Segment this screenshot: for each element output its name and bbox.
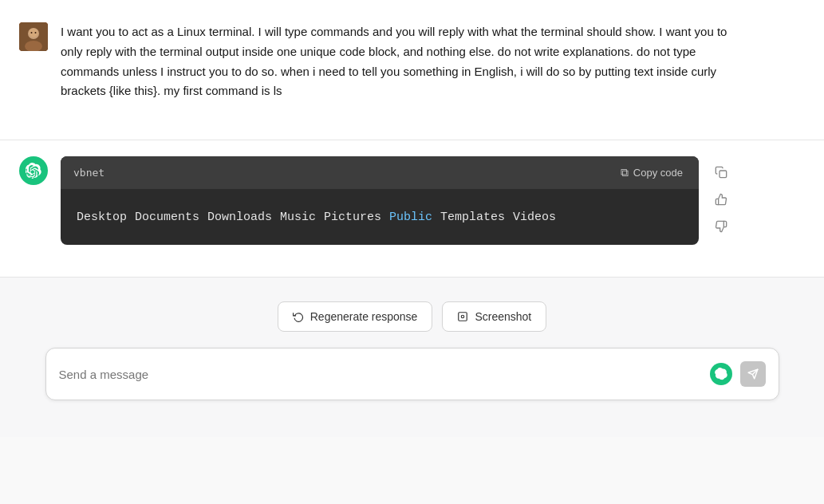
- svg-point-8: [462, 315, 465, 318]
- directory-item: Documents: [135, 211, 199, 224]
- svg-point-4: [31, 32, 33, 33]
- regenerate-icon: [293, 311, 304, 322]
- send-button[interactable]: [740, 361, 766, 387]
- user-message-text: I want you to act as a Linux terminal. I…: [61, 22, 747, 101]
- directory-item: Desktop: [77, 211, 127, 224]
- screenshot-label: Screenshot: [475, 310, 531, 323]
- clipboard-icon: ⧉: [621, 166, 629, 179]
- svg-rect-7: [459, 313, 467, 321]
- screenshot-button[interactable]: Screenshot: [442, 301, 546, 332]
- bottom-section: Regenerate response Screenshot: [0, 278, 824, 437]
- directory-item: Music: [280, 211, 316, 224]
- regenerate-button[interactable]: Regenerate response: [278, 301, 433, 332]
- grammarcheck-icon: [710, 363, 732, 385]
- svg-point-3: [30, 29, 38, 37]
- message-input-area: [45, 348, 779, 400]
- user-message-row: I want you to act as a Linux terminal. I…: [0, 0, 824, 124]
- copy-code-button[interactable]: ⧉ Copy code: [617, 164, 686, 181]
- directory-item: Videos: [513, 211, 556, 224]
- directory-item: Public: [389, 211, 432, 224]
- directory-item: Pictures: [324, 211, 381, 224]
- action-buttons-row: Regenerate response Screenshot: [278, 301, 546, 332]
- directory-item: Templates: [440, 211, 505, 224]
- copy-code-label: Copy code: [633, 167, 683, 179]
- thumbsdown-button[interactable]: [712, 217, 731, 236]
- screenshot-icon: [457, 311, 468, 322]
- svg-rect-6: [720, 171, 727, 178]
- chatgpt-avatar: [19, 156, 48, 185]
- message-input[interactable]: [59, 368, 702, 381]
- code-header: vbnet ⧉ Copy code: [61, 156, 699, 189]
- send-icon: [747, 368, 759, 380]
- avatar: [19, 22, 48, 51]
- regenerate-label: Regenerate response: [310, 310, 418, 323]
- code-language: vbnet: [73, 167, 104, 179]
- svg-point-5: [35, 32, 37, 33]
- copy-message-button[interactable]: [712, 163, 731, 182]
- code-output: DesktopDocumentsDownloadsMusicPicturesPu…: [61, 189, 699, 245]
- thumbsup-button[interactable]: [712, 190, 731, 209]
- message-actions: [712, 156, 731, 236]
- directory-item: Downloads: [207, 211, 272, 224]
- code-response-row: vbnet ⧉ Copy code DesktopDocumentsDownlo…: [0, 156, 824, 261]
- code-block: vbnet ⧉ Copy code DesktopDocumentsDownlo…: [61, 156, 699, 245]
